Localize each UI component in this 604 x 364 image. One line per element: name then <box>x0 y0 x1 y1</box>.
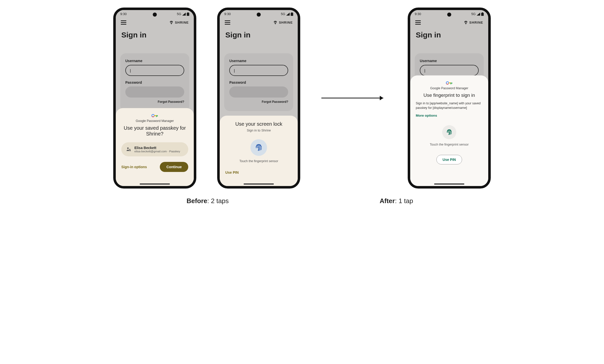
username-label: Username <box>229 59 288 63</box>
svg-rect-6 <box>157 115 158 116</box>
use-pin-button[interactable]: Use PIN <box>436 155 462 164</box>
comparison-stage: 9:30 5G SHRINE Sign in Username Pa <box>113 8 491 189</box>
fingerprint-target[interactable] <box>442 125 456 139</box>
signal-icon <box>182 13 186 16</box>
account-sub: elisa-beckett@gmail.com · Passkey <box>134 150 180 153</box>
phone-before-step1: 9:30 5G SHRINE Sign in Username Pa <box>113 8 196 189</box>
brand: SHRINE <box>273 21 293 25</box>
caption-after-rest: : 1 tap <box>395 197 413 205</box>
sheet3-body: Sign in to [app/website_name] with your … <box>416 101 483 110</box>
forgot-password-link[interactable]: Forgot Password? <box>229 100 288 104</box>
svg-point-8 <box>129 149 130 150</box>
sheet2-subtitle: Sign in to Shrine <box>225 128 292 132</box>
fingerprint-icon <box>255 144 263 152</box>
screen: 9:30 5G SHRINE Sign in Username Pa <box>220 10 298 186</box>
account-row[interactable]: Elisa Beckett elisa-beckett@gmail.com · … <box>121 142 188 156</box>
fingerprint-sheet: Google Password Manager Use fingerprint … <box>410 75 488 186</box>
more-options-link[interactable]: More options <box>416 114 437 117</box>
gpm-label: Google Password Manager <box>416 86 483 90</box>
screenlock-sheet: Use your screen lock Sign in to Shrine T… <box>220 116 298 186</box>
diamond-icon <box>273 21 277 25</box>
svg-rect-13 <box>482 12 483 13</box>
diamond-icon <box>464 21 468 25</box>
svg-rect-10 <box>291 12 292 13</box>
caption-row: Before: 2 taps After: 1 tap <box>113 197 491 205</box>
hamburger-icon[interactable] <box>121 20 126 25</box>
hamburger-icon[interactable] <box>415 20 421 25</box>
username-input[interactable] <box>125 65 184 76</box>
svg-rect-12 <box>481 13 484 16</box>
hamburger-icon[interactable] <box>225 20 230 25</box>
status-right: 5G <box>177 12 189 16</box>
username-label: Username <box>420 59 479 63</box>
svg-rect-1 <box>187 12 188 13</box>
home-indicator[interactable] <box>140 184 170 185</box>
key-icon <box>152 114 158 118</box>
caption-before-bold: Before <box>186 197 207 205</box>
page-title: Sign in <box>410 27 488 44</box>
camera-notch <box>447 13 451 17</box>
svg-rect-9 <box>291 13 293 16</box>
battery-icon <box>291 12 293 16</box>
battery-icon <box>187 12 189 16</box>
phone-col-2: 9:30 5G SHRINE Sign in Username Pa <box>217 8 300 189</box>
brand-label: SHRINE <box>469 21 483 24</box>
status-network: 5G <box>281 12 285 16</box>
caption-after-bold: After <box>380 197 395 205</box>
gpm-logo <box>416 81 483 85</box>
caption-before-rest: : 2 taps <box>207 197 229 205</box>
use-pin-button[interactable]: Use PIN <box>225 170 239 174</box>
key-icon <box>446 81 452 85</box>
svg-rect-18 <box>451 82 452 84</box>
continue-button[interactable]: Continue <box>160 162 188 172</box>
signin-options-button[interactable]: Sign-in options <box>121 165 147 169</box>
username-input[interactable] <box>420 65 479 76</box>
signal-icon <box>286 13 290 16</box>
screen: 9:30 5G SHRINE Sign in Username Pa <box>116 10 194 186</box>
home-indicator[interactable] <box>244 184 274 185</box>
brand-label: SHRINE <box>175 21 189 24</box>
svg-rect-0 <box>187 13 189 16</box>
flow-arrow <box>321 8 387 189</box>
brand-label: SHRINE <box>279 21 293 24</box>
page-title: Sign in <box>220 27 298 44</box>
battery-icon <box>481 12 484 16</box>
fingerprint-target[interactable] <box>250 139 267 156</box>
svg-point-7 <box>127 147 129 149</box>
phone-before-step2: 9:30 5G SHRINE Sign in Username Pa <box>217 8 300 189</box>
status-right: 5G <box>471 12 484 16</box>
sheet1-title: Use your saved passkey for Shrine? <box>121 125 188 137</box>
svg-rect-17 <box>450 82 451 84</box>
username-label: Username <box>125 59 184 63</box>
password-label: Password <box>125 80 184 84</box>
phone-col-1: 9:30 5G SHRINE Sign in Username Pa <box>113 8 196 189</box>
sheet2-title: Use your screen lock <box>225 121 292 127</box>
passkey-person-icon <box>126 147 131 152</box>
app-bar: SHRINE <box>410 16 488 27</box>
status-time: 9:30 <box>415 12 421 16</box>
app-bar: SHRINE <box>220 16 298 27</box>
camera-notch <box>153 13 157 17</box>
signin-card: Username Password Forgot Password? <box>120 53 189 111</box>
account-text: Elisa Beckett elisa-beckett@gmail.com · … <box>134 146 180 153</box>
passkey-sheet: Google Password Manager Use your saved p… <box>116 108 194 186</box>
password-input[interactable] <box>229 86 288 98</box>
username-input[interactable] <box>229 65 288 76</box>
password-input[interactable] <box>125 86 184 98</box>
page-title: Sign in <box>116 27 194 44</box>
brand: SHRINE <box>464 21 483 25</box>
fingerprint-icon <box>446 129 452 135</box>
password-label: Password <box>229 80 288 84</box>
home-indicator[interactable] <box>434 184 464 185</box>
fp-caption: Touch the fingerprint sensor <box>416 143 483 146</box>
phone-col-3: 9:30 5G SHRINE Sign in Username <box>408 8 491 189</box>
status-time: 9:30 <box>120 12 127 16</box>
svg-rect-5 <box>156 115 157 117</box>
gpm-logo <box>121 114 188 118</box>
fp-caption: Touch the fingerprint sensor <box>225 159 292 163</box>
sheet1-actions: Sign-in options Continue <box>121 162 188 172</box>
forgot-password-link[interactable]: Forgot Password? <box>125 100 184 104</box>
account-name: Elisa Beckett <box>134 146 180 150</box>
status-time: 9:30 <box>224 12 231 16</box>
caption-after: After: 1 tap <box>302 197 491 205</box>
